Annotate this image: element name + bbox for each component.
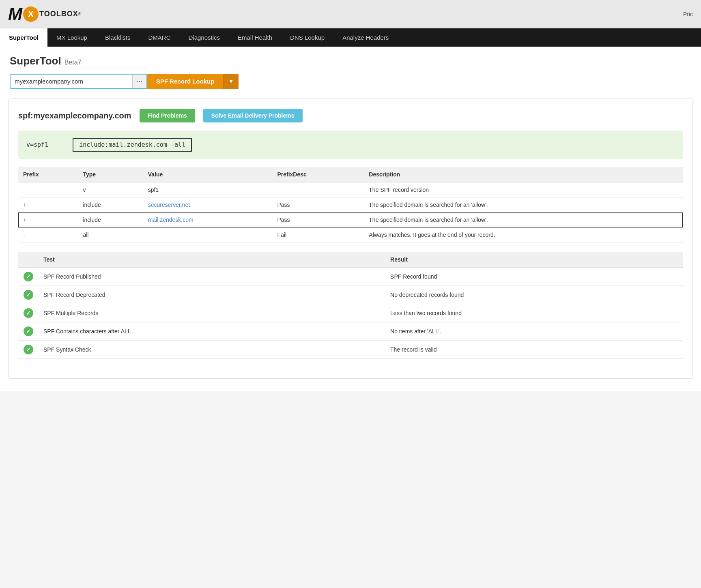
cell-test: SPF Syntax Check [39, 341, 385, 359]
cell-prefix: + [18, 197, 78, 212]
table-row: vspf1The SPF record version [18, 182, 683, 197]
logo: M X TOOLBOX ® [8, 6, 81, 23]
cell-result: No items after 'ALL'. [385, 322, 683, 341]
test-table-header-row: Test Result [18, 252, 683, 267]
col-description: Description [364, 167, 683, 182]
table-row: -allFailAlways matches. It goes at the e… [18, 227, 683, 242]
main-content: SuperTool Beta7 ⋯ SPF Record Lookup ▼ sp… [0, 47, 701, 391]
find-problems-button[interactable]: Find Problems [140, 109, 195, 122]
cell-value[interactable]: secureserver.net [143, 197, 273, 212]
spf-lookup-button[interactable]: SPF Record Lookup [147, 74, 223, 89]
cell-value[interactable]: mail.zendesk.com [143, 212, 273, 227]
cell-description: The SPF record version [364, 182, 683, 197]
nav-diagnostics[interactable]: Diagnostics [179, 28, 229, 47]
page-title-area: SuperTool Beta7 [10, 55, 691, 67]
spf-lookup-dropdown-button[interactable]: ▼ [223, 74, 239, 89]
spf-version: v=spf1 [26, 141, 48, 148]
table-row: ✓SPF Multiple RecordsLess than two recor… [18, 304, 683, 322]
col-prefix-desc: PrefixDesc [272, 167, 364, 182]
col-prefix: Prefix [18, 167, 78, 182]
check-icon: ✓ [24, 308, 33, 318]
nav-email-health[interactable]: Email Health [229, 28, 281, 47]
value-link[interactable]: mail.zendesk.com [148, 217, 194, 223]
cell-test: SPF Record Published [39, 267, 385, 286]
cell-type: include [78, 212, 143, 227]
cell-description: The specified domain is searched for an … [364, 212, 683, 227]
cell-value [143, 227, 273, 242]
col-status-icon [18, 252, 39, 267]
cell-prefix [18, 182, 78, 197]
cell-value: spf1 [143, 182, 273, 197]
spf-header: spf:myexamplecompany.com Find Problems S… [18, 109, 683, 122]
test-results-table: Test Result ✓SPF Record PublishedSPF Rec… [18, 252, 683, 359]
cell-status: ✓ [18, 322, 39, 341]
cell-status: ✓ [18, 267, 39, 286]
spf-record-box: v=spf1 include:mail.zendesk.com -all [18, 131, 683, 159]
nav-dmarc[interactable]: DMARC [139, 28, 179, 47]
page-title: SuperTool [10, 55, 61, 67]
table-row: +includesecureserver.netPassThe specifie… [18, 197, 683, 212]
cell-type: all [78, 227, 143, 242]
cell-status: ✓ [18, 304, 39, 322]
page-subtitle: Beta7 [65, 59, 82, 66]
spf-table-header-row: Prefix Type Value PrefixDesc Description [18, 167, 683, 182]
cell-prefix-desc [272, 182, 364, 197]
cell-prefix: + [18, 212, 78, 227]
cell-prefix-desc: Pass [272, 197, 364, 212]
logo-toolbox: TOOLBOX [39, 10, 78, 18]
nav-supertool[interactable]: SuperTool [0, 28, 47, 47]
cell-status: ✓ [18, 286, 39, 304]
table-row: ✓SPF Record DeprecatedNo deprecated reco… [18, 286, 683, 304]
top-bar-right-text: Pric [683, 11, 693, 17]
cell-status: ✓ [18, 341, 39, 359]
top-bar: M X TOOLBOX ® Pric [0, 0, 701, 28]
cell-description: Always matches. It goes at the end of yo… [364, 227, 683, 242]
cell-prefix-desc: Pass [272, 212, 364, 227]
check-icon: ✓ [24, 326, 33, 336]
cell-result: The record is valid [385, 341, 683, 359]
cell-prefix-desc: Fail [272, 227, 364, 242]
nav-mx-lookup[interactable]: MX Lookup [47, 28, 96, 47]
search-area: ⋯ SPF Record Lookup ▼ [10, 74, 691, 89]
table-row: ✓SPF Record PublishedSPF Record found [18, 267, 683, 286]
cell-test: SPF Contains characters after ALL [39, 322, 385, 341]
search-options-button[interactable]: ⋯ [132, 75, 146, 88]
check-icon: ✓ [24, 290, 33, 300]
spf-domain-label: spf:myexamplecompany.com [18, 111, 131, 120]
spf-parse-table: Prefix Type Value PrefixDesc Description… [18, 167, 683, 242]
options-icon: ⋯ [137, 78, 142, 85]
table-row: +includemail.zendesk.comPassThe specifie… [18, 212, 683, 227]
cell-result: Less than two records found [385, 304, 683, 322]
check-icon: ✓ [24, 345, 33, 354]
spf-record-value: include:mail.zendesk.com -all [73, 138, 192, 152]
results-card: spf:myexamplecompany.com Find Problems S… [8, 99, 693, 379]
solve-problems-button[interactable]: Solve Email Delivery Problems [203, 109, 303, 122]
cell-test: SPF Record Deprecated [39, 286, 385, 304]
cell-result: SPF Record found [385, 267, 683, 286]
table-row: ✓SPF Syntax CheckThe record is valid [18, 341, 683, 359]
nav-analyze-headers[interactable]: Analyze Headers [333, 28, 398, 47]
col-result: Result [385, 252, 683, 267]
search-input[interactable] [11, 75, 132, 88]
main-nav: SuperTool MX Lookup Blacklists DMARC Dia… [0, 28, 701, 47]
logo-m: M [8, 6, 22, 23]
nav-blacklists[interactable]: Blacklists [96, 28, 140, 47]
cell-result: No deprecated records found [385, 286, 683, 304]
nav-dns-lookup[interactable]: DNS Lookup [281, 28, 333, 47]
search-input-wrapper: ⋯ [10, 74, 147, 89]
col-type: Type [78, 167, 143, 182]
value-link[interactable]: secureserver.net [148, 202, 190, 208]
cell-type: include [78, 197, 143, 212]
check-icon: ✓ [24, 272, 33, 281]
cell-description: The specified domain is searched for an … [364, 197, 683, 212]
table-row: ✓SPF Contains characters after ALLNo ite… [18, 322, 683, 341]
lookup-btn-group: SPF Record Lookup ▼ [147, 74, 239, 89]
cell-type: v [78, 182, 143, 197]
logo-x: X [23, 6, 39, 22]
col-value: Value [143, 167, 273, 182]
cell-prefix: - [18, 227, 78, 242]
col-test: Test [39, 252, 385, 267]
cell-test: SPF Multiple Records [39, 304, 385, 322]
logo-registered: ® [78, 12, 81, 16]
